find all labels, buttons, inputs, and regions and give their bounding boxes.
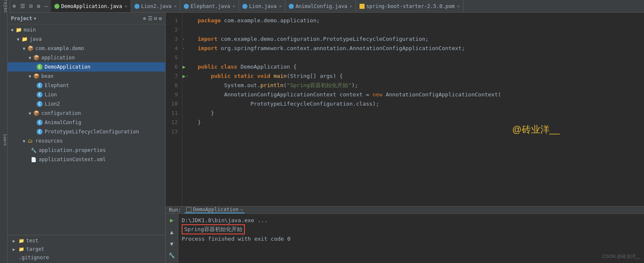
tree-label-bean: bean xyxy=(41,73,54,79)
str-spring-init: "Spring容器初始化开始" xyxy=(287,81,352,90)
sidebar-icon-1[interactable]: ⊕ xyxy=(143,16,146,21)
tree-label-app-context-xml: applicationContext.xml xyxy=(39,157,106,162)
tab-pom[interactable]: spring-boot-starter-2.5.0.pom ✕ xyxy=(356,0,464,12)
folder-icon-configuration: 📦 xyxy=(33,110,40,117)
code-content[interactable]: package com.example.demo.application; im… xyxy=(191,13,644,206)
project-dropdown-label[interactable]: Project xyxy=(11,16,32,21)
tree-item-lion2[interactable]: C Lion2 xyxy=(8,99,165,109)
arrow-configuration: ▼ xyxy=(27,111,33,116)
run-tab-label: DemoApplication xyxy=(193,207,239,213)
sidebar-icon-3[interactable]: ⊟ xyxy=(154,16,157,21)
sidebar-icon-2[interactable]: ☰ xyxy=(148,16,153,21)
sidebar-item-target[interactable]: ▶ 📁 target xyxy=(8,245,165,253)
tree-item-demo-application[interactable]: C DemoApplication xyxy=(8,62,165,72)
import-kw-3: import xyxy=(198,35,217,44)
fold-icon-3[interactable]: ▾ xyxy=(182,37,185,41)
gutter-7: ▶ ▾ xyxy=(182,72,191,81)
sidebar-item-gitignore[interactable]: .gitignore xyxy=(8,253,165,262)
tab-close-lion[interactable]: ✕ xyxy=(279,4,282,8)
sidebar-item-test[interactable]: ▶ 📁 test xyxy=(8,236,165,245)
dropdown-arrow-icon[interactable]: ▼ xyxy=(34,16,36,21)
tab-lion2[interactable]: Lion2.java ✕ xyxy=(131,0,180,12)
gutter-4: ▾ xyxy=(182,44,191,53)
tree-item-com-example-demo[interactable]: ▼ 📦 com.example.demo xyxy=(8,44,165,53)
tree-item-application[interactable]: ▼ 📦 application xyxy=(8,53,165,62)
tree-item-bean[interactable]: ▼ 📦 bean xyxy=(8,72,165,81)
tab-close-animalconfig[interactable]: ✕ xyxy=(350,4,352,8)
run-highlighted-text: Spring容器初始化开始 xyxy=(182,224,245,234)
gutter-13 xyxy=(182,127,191,136)
run-down-button[interactable]: ▼ xyxy=(167,239,177,248)
run-up-button[interactable]: ▲ xyxy=(167,227,177,236)
kw-class-6: class xyxy=(221,62,237,72)
run-tab-demo-application[interactable]: DemoApplication ✕ xyxy=(185,207,244,213)
fold-icon-7[interactable]: ▾ xyxy=(186,74,188,78)
close-brace-11: } xyxy=(211,109,214,118)
gutter-6: ▶ xyxy=(182,62,191,72)
dot-class: .class); xyxy=(353,99,379,109)
tree-item-app-context-xml[interactable]: 📄 applicationContext.xml xyxy=(8,155,165,164)
folder-icon-main: 📁 xyxy=(15,27,22,33)
gutter-2 xyxy=(182,25,191,35)
kw-void-7: void xyxy=(257,72,270,81)
tree-item-elephant[interactable]: C Elephant xyxy=(8,81,165,90)
code-line-1: package com.example.demo.application; xyxy=(198,16,644,25)
fn-main: main xyxy=(274,72,287,81)
tab-close-demo-application[interactable]: ✕ xyxy=(125,4,127,8)
run-icon-6[interactable]: ▶ xyxy=(182,64,185,70)
kw-static-7: static xyxy=(234,72,254,81)
type-system: System xyxy=(224,81,244,90)
tab-lion[interactable]: Lion.java ✕ xyxy=(239,0,285,12)
tree-item-configuration[interactable]: ▼ 📦 configuration xyxy=(8,109,165,118)
tree-item-animalconfig[interactable]: C AnimalConfig xyxy=(8,118,165,127)
tab-icon-lion xyxy=(242,4,247,9)
tab-icon-elephant xyxy=(184,4,189,9)
line-num-10: 10 xyxy=(166,99,180,109)
toolbar-icon-1[interactable]: ⊕ xyxy=(11,2,18,10)
tree-item-app-properties[interactable]: 🔧 application.properties xyxy=(8,146,165,155)
csdn-label: CSDN @砖业洋__ xyxy=(602,253,641,260)
tab-label-elephant: Elephant.java xyxy=(191,3,230,9)
toolbar-icon-3[interactable]: ⊟ xyxy=(28,2,35,10)
run-wrench-button[interactable]: 🔧 xyxy=(167,251,177,260)
classname-6: DemoApplication xyxy=(241,62,290,72)
toolbar-icon-4[interactable]: ⚙ xyxy=(35,2,42,10)
toolbar-icon-5[interactable]: — xyxy=(43,2,49,10)
var-context: context xyxy=(340,90,363,99)
tab-icon-lion2 xyxy=(134,4,140,9)
tree-item-main[interactable]: ▼ 📁 main xyxy=(8,25,165,35)
run-tab-close[interactable]: ✕ xyxy=(240,207,243,212)
tab-close-lion2[interactable]: ✕ xyxy=(174,4,177,8)
gutter-3: ▾ xyxy=(182,35,191,44)
sidebar-header-icons: ⊕ ☰ ⊟ ⚙ xyxy=(143,16,162,21)
import-path-4: org.springframework.context.annotation.A… xyxy=(217,44,465,53)
paren-8: ( xyxy=(284,81,287,90)
paren-9: ( xyxy=(498,90,501,99)
tree-item-lion[interactable]: C Lion xyxy=(8,90,165,99)
run-label: Run: xyxy=(169,207,181,213)
tab-elephant[interactable]: Elephant.java ✕ xyxy=(180,0,239,12)
sidebar-icon-4[interactable]: ⚙ xyxy=(159,16,162,21)
tree-item-prototype[interactable]: C PrototypeLifecycleConfiguration xyxy=(8,127,165,136)
properties-icon: 🔧 xyxy=(30,147,37,154)
tab-close-elephant[interactable]: ✕ xyxy=(233,4,235,8)
run-play-button[interactable]: ▶ xyxy=(167,215,177,225)
run-icon-7[interactable]: ▶ xyxy=(182,73,185,79)
code-line-5 xyxy=(198,53,644,62)
brace-6: { xyxy=(290,62,297,72)
gutter-8 xyxy=(182,81,191,90)
import-kw-4: import xyxy=(198,44,217,53)
tab-icon-animalconfig xyxy=(289,4,294,9)
tab-label-lion: Lion.java xyxy=(249,3,276,9)
tab-animalconfig[interactable]: AnimalConfig.java ✕ xyxy=(285,0,356,12)
space-6b xyxy=(237,62,241,72)
indent-10 xyxy=(198,99,250,109)
space-6a xyxy=(217,62,221,72)
tree-item-resources[interactable]: ▼ 🗂 resources xyxy=(8,136,165,146)
tab-close-pom[interactable]: ✕ xyxy=(457,4,460,8)
fold-icon-4[interactable]: ▾ xyxy=(182,46,185,50)
toolbar-icon-2[interactable]: ☰ xyxy=(19,2,27,10)
type-proto: PrototypeLifecycleConfiguration xyxy=(250,99,353,109)
tab-demo-application[interactable]: DemoApplication.java ✕ xyxy=(51,0,131,12)
tree-item-java[interactable]: ▼ 📁 java xyxy=(8,35,165,44)
